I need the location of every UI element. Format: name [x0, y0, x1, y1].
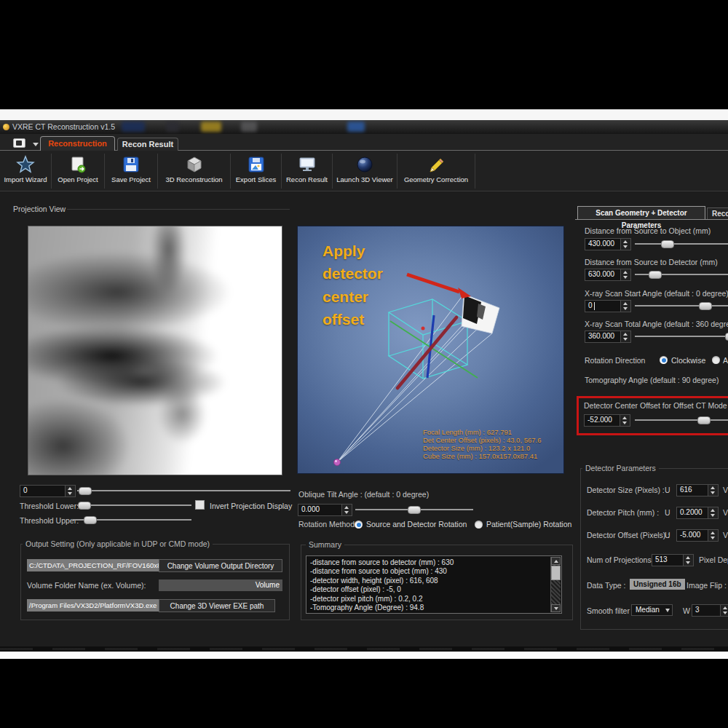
slider-handle[interactable]: [79, 487, 92, 495]
detector-row-label: Detector Pitch (mm) :: [587, 508, 659, 517]
image-flip-label: Image Flip : N: [687, 581, 728, 590]
annotation-line: detector: [323, 265, 383, 282]
title-bar[interactable]: VXRE CT Reconstruction v1.5: [0, 120, 728, 134]
save-project-button[interactable]: Save Project: [105, 154, 158, 189]
param-spinner[interactable]: 630.000: [585, 269, 631, 281]
param-spinner[interactable]: 360.000: [585, 331, 631, 343]
3d-reconstruction-button[interactable]: 3D Reconstruction: [158, 154, 231, 189]
spinner-arrows[interactable]: [620, 239, 630, 250]
detector-size-u-spinner[interactable]: 616: [676, 484, 719, 496]
slider-handle[interactable]: [725, 333, 728, 341]
num-projections-label: Num of Projections: [587, 555, 652, 564]
spinner-arrows[interactable]: [620, 269, 630, 280]
frame-index-spinner[interactable]: 0: [20, 485, 76, 497]
right-tab-scan-geometry[interactable]: Scan Geometry + Detector Parameters: [577, 206, 705, 219]
change-volume-dir-button[interactable]: Change Volume Output Directory: [159, 559, 282, 572]
frame-index-slider[interactable]: [77, 485, 290, 496]
main-tab-strip: Reconstruction Recon Result: [0, 134, 728, 151]
taskbar-blur-blob: [241, 122, 257, 132]
param-slider[interactable]: [635, 300, 728, 311]
slider-handle[interactable]: [699, 302, 712, 310]
param-spinner[interactable]: 0: [585, 300, 631, 312]
viewer-overlay-line: Det Center Offset (pixels) : 43.0, 567.6: [423, 436, 541, 444]
param-spinner[interactable]: 430.000: [585, 238, 631, 250]
spinner-arrows[interactable]: [65, 486, 75, 496]
param-slider[interactable]: [635, 331, 728, 341]
spinner-arrows[interactable]: [720, 605, 728, 616]
volume-folder-name-input[interactable]: Volume: [159, 579, 282, 591]
rotation-method-radio-source[interactable]: [355, 521, 363, 529]
rotation-direction-radio-anticlockwise[interactable]: [712, 356, 720, 364]
toolbar-dropdown-caret[interactable]: [33, 143, 39, 146]
open-project-button[interactable]: Open Project: [52, 154, 105, 189]
projection-group-line: [67, 209, 290, 210]
pencil-icon: [427, 155, 446, 174]
spinner-arrows[interactable]: [708, 530, 718, 541]
change-viewer-exe-button[interactable]: Change 3D Viewer EXE path: [159, 599, 275, 612]
viewer-exe-path-field[interactable]: /Program Files/VX3D2/PlatformVX3D.exe: [27, 599, 159, 612]
param-slider[interactable]: [635, 269, 728, 280]
speech-bubble-icon: [16, 141, 22, 146]
import-wizard-button[interactable]: Import Wizard: [0, 154, 52, 189]
annotation-line: offset: [323, 311, 364, 328]
spinner-arrows[interactable]: [708, 507, 718, 518]
param-label: Distance from Source to Detector (mm): [585, 258, 718, 266]
taskbar-blur-blob: [166, 122, 179, 132]
rotation-method-option1: Source and Detector Rotation: [366, 520, 467, 529]
slider-handle[interactable]: [697, 416, 711, 424]
smooth-filter-dropdown[interactable]: Median: [631, 604, 673, 616]
threshold-upper-slider[interactable]: [73, 514, 191, 525]
invert-projection-checkbox[interactable]: [195, 500, 205, 510]
tab-recon-result[interactable]: Recon Result: [117, 138, 178, 151]
scan-geometry-3d-viewer[interactable]: Apply detector center offset Focal Lengt…: [297, 226, 564, 474]
spinner-arrows[interactable]: [683, 555, 693, 566]
oblique-tilt-spinner[interactable]: 0.000: [298, 504, 352, 516]
slider-handle[interactable]: [661, 240, 674, 248]
background-white-strip-bottom: [0, 652, 728, 659]
wizard-star-icon: [16, 155, 35, 174]
scrollbar-thumb[interactable]: [551, 566, 561, 580]
tab-reconstruction[interactable]: Reconstruction: [40, 136, 115, 151]
w-spinner[interactable]: 3: [692, 604, 728, 617]
threshold-lower-slider[interactable]: [77, 499, 191, 510]
u-label: U: [665, 486, 670, 494]
detector-pitch-u-spinner[interactable]: 0.2000: [676, 507, 719, 519]
volume-dir-path-field[interactable]: C:/CTDATA_PROJECTION_RF/FOV160x80: [27, 559, 159, 571]
slider-handle[interactable]: [408, 506, 421, 514]
projection-xray-view[interactable]: [28, 226, 282, 475]
v-label: V: [723, 508, 728, 517]
num-projections-spinner[interactable]: 513: [652, 554, 694, 566]
offset-ct-slider[interactable]: [635, 414, 728, 425]
oblique-tilt-slider[interactable]: [355, 504, 473, 515]
rotation-direction-radio-clockwise[interactable]: [660, 356, 668, 364]
right-tab-recon[interactable]: Recon: [707, 207, 728, 219]
geometry-correction-button[interactable]: Geometry Correction: [397, 154, 475, 189]
slider-handle[interactable]: [78, 502, 91, 510]
recon-result-button[interactable]: Recon Result: [282, 154, 333, 189]
param-slider[interactable]: [635, 238, 728, 249]
param-label: X-ray Scan Total Angle (default : 360 de…: [585, 320, 728, 328]
v-label: V: [723, 531, 728, 539]
spinner-arrows[interactable]: [341, 505, 352, 515]
app-window: VXRE CT Reconstruction v1.5 Reconstructi…: [0, 120, 728, 646]
oblique-tilt-label: Oblique Tilt Angle : (default : 0 degree…: [298, 490, 429, 499]
spinner-arrows[interactable]: [708, 485, 718, 496]
slider-handle[interactable]: [84, 516, 97, 524]
export-slices-button[interactable]: Export Slices: [231, 154, 282, 189]
spinner-arrows[interactable]: [620, 331, 630, 342]
rotation-method-radio-patient[interactable]: [475, 521, 483, 529]
spinner-arrows[interactable]: [620, 301, 630, 312]
offset-ct-spinner[interactable]: -52.000: [584, 414, 630, 427]
data-type-value[interactable]: Unsigned 16b: [630, 579, 685, 590]
detector-row-label: Detector Size (Pixels) :: [587, 486, 665, 494]
detector-offset-u-spinner[interactable]: -5.000: [676, 529, 719, 542]
quick-access-button[interactable]: [13, 138, 25, 148]
app-icon: [3, 124, 9, 130]
summary-line: -distance from source to detector (mm) :…: [310, 558, 548, 567]
slider-handle[interactable]: [649, 271, 662, 279]
scroll-up-arrow[interactable]: [551, 557, 561, 565]
spinner-arrows[interactable]: [620, 415, 630, 426]
summary-textbox[interactable]: -distance from source to detector (mm) :…: [306, 555, 562, 614]
scroll-down-arrow[interactable]: [551, 604, 561, 612]
launch-3d-viewer-button[interactable]: Launch 3D Viewer: [333, 154, 397, 189]
